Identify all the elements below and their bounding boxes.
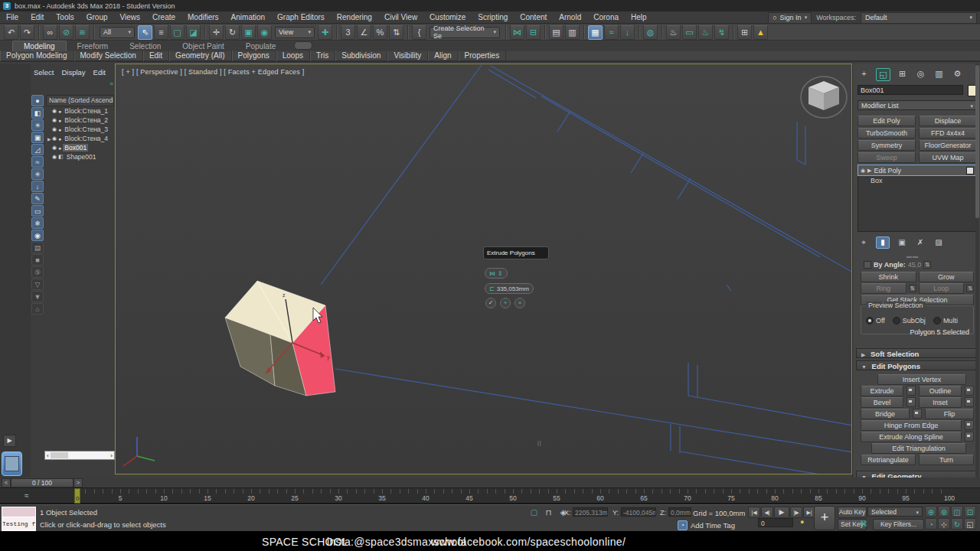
menu-file[interactable]: File <box>0 13 24 21</box>
uvw-map-modifier-button[interactable]: UVW Map <box>919 152 977 163</box>
menu-animation[interactable]: Animation <box>225 13 271 21</box>
viewport-layouts-icon[interactable]: ⊞ <box>737 25 752 40</box>
bones-filter-icon[interactable]: ✎ <box>31 193 44 204</box>
scroll-left-icon[interactable]: ‹ <box>47 452 49 459</box>
extrude-height-control[interactable]: ⊏ 335,053mm <box>485 283 534 294</box>
hidden-filter-icon[interactable]: ◉ <box>31 230 44 241</box>
funnel-dim-filter-icon[interactable]: ▽ <box>31 279 44 290</box>
list-item[interactable]: ◉●Block:Стена_2 <box>46 116 114 125</box>
viewport-label[interactable]: [ + ] [ Perspective ] [ Standard ] [ Fac… <box>122 68 304 76</box>
go-to-start-button[interactable]: |◀ <box>748 507 760 518</box>
visibility-eye-icon[interactable]: ◉ <box>52 126 57 132</box>
ribbon-panel-edit[interactable]: Edit <box>143 51 169 61</box>
render-production-icon[interactable]: ♨ <box>698 25 713 40</box>
geometry2-filter-icon[interactable]: ▭ <box>31 205 44 217</box>
particles-filter-icon[interactable]: ✳ <box>31 168 44 180</box>
mirror-icon[interactable]: ⋈ <box>510 25 524 40</box>
zoom-all-icon[interactable]: ⊛ <box>938 506 950 517</box>
z-coordinate-field[interactable]: 0,0mm <box>668 507 691 517</box>
named-selection-dropdown[interactable]: Create Selection Se▾ <box>430 27 500 38</box>
menu-views[interactable]: Views <box>114 13 147 21</box>
use-pivot-center-icon[interactable]: ✚ <box>318 25 332 40</box>
helpers-filter-icon[interactable]: ◿ <box>31 144 44 155</box>
y-coordinate-field[interactable]: -4100,045mm <box>621 507 656 517</box>
key-filters-button[interactable]: Key Filters... <box>873 519 924 530</box>
extrude-group-toggle-icon[interactable]: ⇕ <box>498 270 503 277</box>
caddy-title[interactable]: || Extrude Polygons <box>483 246 549 259</box>
extrude-settings-button[interactable] <box>906 386 916 396</box>
visibility-eye-icon[interactable]: ◉ <box>52 154 57 160</box>
track-bar[interactable]: ≈ 51015202530354045505560657075808590951… <box>0 487 980 504</box>
menu-help[interactable]: Help <box>625 13 653 21</box>
warning-icon[interactable]: ▲ <box>753 25 768 40</box>
ring-spinner[interactable]: ⇅ <box>909 285 916 292</box>
maximize-viewport-icon[interactable]: ◱ <box>964 518 976 530</box>
create-tab[interactable]: + <box>858 68 871 80</box>
outline-button[interactable]: Outline <box>919 386 962 396</box>
named-selection-sets-icon[interactable]: { <box>412 25 426 40</box>
material-editor-icon[interactable]: ◍ <box>643 25 658 40</box>
percent-snap-icon[interactable]: % <box>373 25 387 40</box>
layer-explorer-toggle-icon[interactable]: ▥ <box>565 25 580 40</box>
extrude-along-spline-button[interactable]: Extrude Along Spline <box>861 432 962 442</box>
menu-group[interactable]: Group <box>80 13 114 21</box>
ribbon-panel-polygonmodeling[interactable]: Polygon Modeling <box>0 51 74 61</box>
shapes-filter-icon[interactable]: ◧ <box>31 107 44 119</box>
menu-rendering[interactable]: Rendering <box>331 13 378 21</box>
soft-selection-rollout[interactable]: ▶ Soft Selection <box>856 348 977 358</box>
by-angle-spinner[interactable]: ⇅ <box>923 261 931 269</box>
ribbon-toggle-icon[interactable]: ▦ <box>588 25 603 40</box>
pan-icon[interactable]: ⊹ <box>938 518 950 530</box>
time-slider[interactable]: 0 / 100 <box>11 478 74 487</box>
menu-customize[interactable]: Customize <box>423 13 472 21</box>
outline-settings-button[interactable] <box>965 386 974 396</box>
bevel-button[interactable]: Bevel <box>861 397 903 408</box>
display-tab[interactable]: ▥ <box>933 68 946 80</box>
visibility-eye-icon[interactable]: ◉ <box>52 135 57 142</box>
hinge-from-edge-button[interactable]: Hinge From Edge <box>861 420 962 431</box>
menu-create[interactable]: Create <box>146 13 181 21</box>
select-place-icon[interactable]: ◉ <box>257 25 272 40</box>
field-of-view-icon[interactable]: ◔ <box>925 518 937 530</box>
loop-button[interactable]: Loop <box>919 283 965 294</box>
angle-snap-icon[interactable]: ∠ <box>357 25 371 40</box>
make-unique-icon[interactable]: ▣ <box>896 237 908 248</box>
menu-content[interactable]: Content <box>514 13 553 21</box>
caddy-grip-icon[interactable]: || <box>537 437 542 448</box>
preview-subobj-radio[interactable]: SubObj <box>893 317 926 324</box>
hierarchy-tab[interactable]: ⊞ <box>896 68 909 80</box>
list-item[interactable]: ◉●Box001 <box>46 143 114 152</box>
reference-coordinate-dropdown[interactable]: View▾ <box>275 27 315 38</box>
schematic-view-icon[interactable]: ↓ <box>620 25 635 40</box>
mini-curve-editor-icon[interactable]: ≈ <box>24 491 29 500</box>
basket-filter-icon[interactable]: ⌂ <box>31 303 44 315</box>
list-item[interactable]: ◉◧Shape001 <box>46 152 114 161</box>
select-move-icon[interactable]: ✛ <box>209 25 224 40</box>
selection-region-icon[interactable]: ▢ <box>170 25 185 40</box>
turbosmooth-modifier-button[interactable]: TurboSmooth <box>858 128 916 139</box>
select-link-icon[interactable]: ∞ <box>43 25 57 40</box>
list-item[interactable]: ◉●Block:Стена_3 <box>46 125 114 134</box>
loop-spinner[interactable]: ⇅ <box>966 285 974 292</box>
expand-panel-button[interactable]: ▶ <box>3 435 16 447</box>
selection-set-dropdown[interactable]: Selected ▾ <box>867 507 923 517</box>
caddy-cancel-button[interactable]: × <box>514 298 525 308</box>
scroll-right-icon[interactable]: › <box>110 452 113 459</box>
preview-multi-radio[interactable]: Multi <box>933 317 958 324</box>
next-frame-button[interactable]: |▶ <box>790 507 802 518</box>
edit-poly-modifier-button[interactable]: Edit Poly <box>858 116 916 126</box>
menu-civil-view[interactable]: Civil View <box>378 13 423 21</box>
select-by-name-icon[interactable]: ≡ <box>154 25 168 40</box>
displace-modifier-button[interactable]: Displace <box>919 116 977 126</box>
tangents-icon[interactable]: ⌘ <box>858 519 870 529</box>
current-frame-field[interactable]: 0 <box>758 518 793 527</box>
expand-icon[interactable]: ▶ <box>867 168 871 174</box>
explorer-menu-edit[interactable]: Edit <box>93 68 106 77</box>
inset-settings-button[interactable] <box>965 397 974 407</box>
sign-in-button[interactable]: ○ Sign In ▾ <box>768 12 812 24</box>
explorer-menu-display[interactable]: Display <box>61 68 85 77</box>
menu-scripting[interactable]: Scripting <box>472 13 514 21</box>
lock-selection-icon[interactable]: ⊓ <box>543 507 554 517</box>
retriangulate-button[interactable]: Retriangulate <box>861 455 916 465</box>
list-item[interactable]: ▶◉●Block:Стена_4 <box>46 134 114 143</box>
